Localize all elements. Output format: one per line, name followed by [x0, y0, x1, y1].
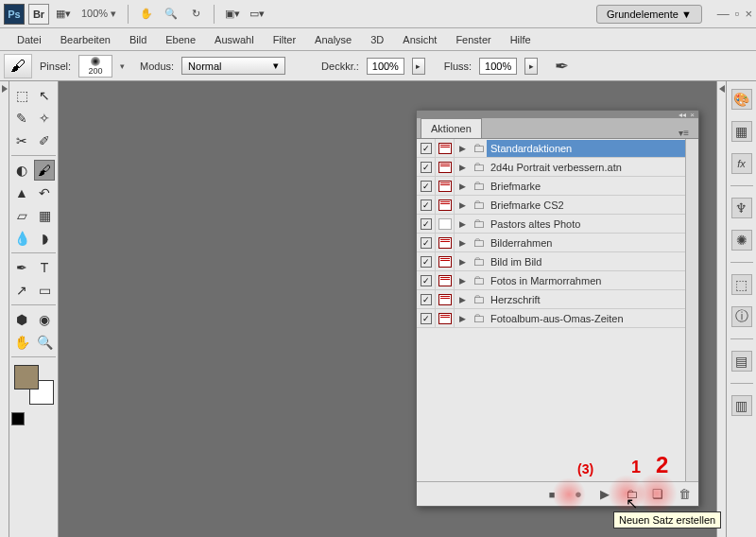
expand-triangle-icon[interactable]: ▶: [455, 182, 470, 191]
arrange-documents-icon[interactable]: ▣▾: [222, 4, 243, 25]
current-tool-preset-icon[interactable]: 🖌: [4, 54, 32, 78]
menu-analyse[interactable]: Analyse: [305, 30, 361, 49]
toggle-dialog-icon[interactable]: [436, 139, 455, 157]
toggle-dialog-icon[interactable]: [436, 290, 455, 308]
color-swatches[interactable]: [14, 365, 54, 405]
right-dock-collapse[interactable]: [716, 81, 726, 537]
action-row[interactable]: ✓▶🗀2d4u Portrait verbessern.atn: [417, 158, 685, 177]
menu-bild[interactable]: Bild: [120, 30, 156, 49]
panel-flyout-menu-icon[interactable]: ▾≡: [673, 128, 695, 138]
screen-mode-icon[interactable]: ▭▾: [247, 4, 267, 25]
layers-panel-icon[interactable]: ⬚: [731, 274, 752, 295]
action-row[interactable]: ✓▶🗀Bild im Bild: [417, 252, 685, 271]
eyedropper-tool[interactable]: ✐: [34, 130, 55, 151]
expand-triangle-icon[interactable]: ▶: [455, 276, 470, 286]
marquee-tool[interactable]: ↖: [34, 85, 55, 106]
chevron-down-icon[interactable]: ▾: [120, 61, 125, 71]
menu-datei[interactable]: Datei: [8, 30, 51, 49]
flow-input[interactable]: 100%: [479, 58, 517, 75]
expand-triangle-icon[interactable]: ▶: [455, 219, 470, 229]
zoom-tool[interactable]: 🔍: [34, 332, 55, 353]
toggle-dialog-icon[interactable]: [436, 177, 455, 195]
opacity-input[interactable]: 100%: [367, 58, 404, 75]
paths-panel-icon[interactable]: ▥: [731, 395, 752, 416]
blend-mode-dropdown[interactable]: Normal▾: [181, 57, 285, 75]
path-selection-tool[interactable]: ↗: [11, 280, 32, 301]
default-colors-icon[interactable]: [11, 412, 25, 425]
expand-triangle-icon[interactable]: ▶: [455, 257, 470, 267]
maximize-button[interactable]: ▫: [735, 7, 740, 21]
masks-panel-icon[interactable]: ✺: [731, 230, 752, 251]
toggle-dialog-icon[interactable]: [436, 215, 455, 233]
view-extras-icon[interactable]: ▦▾: [53, 4, 74, 25]
zoom-level-select[interactable]: 100% ▾: [77, 8, 120, 20]
clone-stamp-tool[interactable]: ▲: [11, 182, 32, 203]
toggle-dialog-icon[interactable]: [436, 158, 455, 176]
magic-wand-tool[interactable]: ✧: [34, 108, 55, 129]
shape-tool[interactable]: ▭: [34, 280, 55, 301]
3d-camera-tool[interactable]: ◉: [34, 309, 55, 330]
menu-ansicht[interactable]: Ansicht: [393, 30, 446, 49]
close-button[interactable]: ×: [745, 7, 752, 21]
history-brush-tool[interactable]: ↶: [34, 182, 55, 203]
toggle-enabled-checkbox[interactable]: ✓: [417, 234, 436, 251]
action-row[interactable]: ✓▶🗀Bilderrahmen: [417, 234, 685, 252]
hand-tool-icon[interactable]: ✋: [136, 4, 157, 25]
dodge-tool[interactable]: ◗: [34, 228, 55, 249]
menu-bearbeiten[interactable]: Bearbeiten: [51, 30, 120, 49]
menu-3d[interactable]: 3D: [361, 30, 393, 49]
toggle-dialog-icon[interactable]: [436, 234, 455, 251]
stop-recording-icon[interactable]: ■: [543, 486, 560, 503]
3d-tool[interactable]: ⬢: [11, 309, 32, 330]
crop-tool[interactable]: ✂: [11, 130, 32, 151]
toggle-dialog-icon[interactable]: [436, 196, 455, 214]
action-row[interactable]: ✓▶🗀Herzschrift: [417, 290, 685, 309]
toggle-enabled-checkbox[interactable]: ✓: [417, 177, 436, 195]
move-tool[interactable]: ⬚: [11, 85, 32, 106]
toggle-enabled-checkbox[interactable]: ✓: [417, 309, 436, 327]
play-action-icon[interactable]: ▶: [596, 486, 613, 503]
adjustments-panel-icon[interactable]: ♆: [731, 198, 752, 218]
toggle-enabled-checkbox[interactable]: ✓: [417, 139, 436, 157]
toggle-enabled-checkbox[interactable]: ✓: [417, 158, 436, 176]
flow-flyout-icon[interactable]: ▸: [524, 58, 538, 75]
scrollbar[interactable]: [685, 139, 698, 481]
bridge-logo-icon[interactable]: Br: [28, 4, 49, 25]
toggle-enabled-checkbox[interactable]: ✓: [417, 271, 436, 289]
swatches-panel-icon[interactable]: ▦: [731, 121, 752, 142]
expand-triangle-icon[interactable]: ▶: [455, 314, 470, 323]
action-row[interactable]: ✓▶🗀Standardaktionen: [417, 139, 685, 158]
eraser-tool[interactable]: ▱: [11, 205, 32, 226]
color-panel-icon[interactable]: 🎨: [731, 89, 752, 110]
lasso-tool[interactable]: ✎: [11, 108, 32, 129]
airbrush-toggle-icon[interactable]: ✒: [551, 56, 572, 77]
expand-triangle-icon[interactable]: ▶: [455, 238, 470, 248]
toggle-enabled-checkbox[interactable]: ✓: [417, 215, 436, 233]
action-row[interactable]: ✓▶🗀Fotoalbum-aus-Omas-Zeiten: [417, 309, 685, 328]
gradient-tool[interactable]: ▦: [34, 205, 55, 226]
action-row[interactable]: ✓▶🗀Pastors altes Photo: [417, 215, 685, 234]
styles-panel-icon[interactable]: fx: [731, 153, 752, 174]
tab-aktionen[interactable]: Aktionen: [421, 118, 482, 138]
expand-triangle-icon[interactable]: ▶: [455, 200, 470, 210]
action-row[interactable]: ✓▶🗀Briefmarke: [417, 177, 685, 196]
zoom-tool-icon[interactable]: 🔍: [161, 4, 181, 25]
foreground-color-swatch[interactable]: [14, 365, 39, 390]
menu-ebene[interactable]: Ebene: [156, 30, 205, 49]
toggle-dialog-icon[interactable]: [436, 309, 455, 327]
panel-drag-bar[interactable]: ◂◂ ×: [417, 111, 698, 118]
pen-tool[interactable]: ✒: [11, 257, 32, 278]
toggle-enabled-checkbox[interactable]: ✓: [417, 252, 436, 270]
expand-triangle-icon[interactable]: ▶: [455, 295, 470, 304]
blur-tool[interactable]: 💧: [11, 228, 32, 249]
toggle-dialog-icon[interactable]: [436, 271, 455, 289]
workspace-switcher[interactable]: Grundelemente ▼: [596, 5, 702, 24]
action-row[interactable]: ✓▶🗀Fotos in Marmorrahmen: [417, 271, 685, 290]
expand-triangle-icon[interactable]: ▶: [455, 163, 470, 172]
info-panel-icon[interactable]: ⓘ: [731, 306, 752, 327]
brush-tool[interactable]: 🖌: [34, 160, 55, 181]
toggle-enabled-checkbox[interactable]: ✓: [417, 290, 436, 308]
menu-hilfe[interactable]: Hilfe: [501, 30, 541, 49]
delete-action-icon[interactable]: 🗑: [676, 486, 693, 503]
toggle-enabled-checkbox[interactable]: ✓: [417, 196, 436, 214]
